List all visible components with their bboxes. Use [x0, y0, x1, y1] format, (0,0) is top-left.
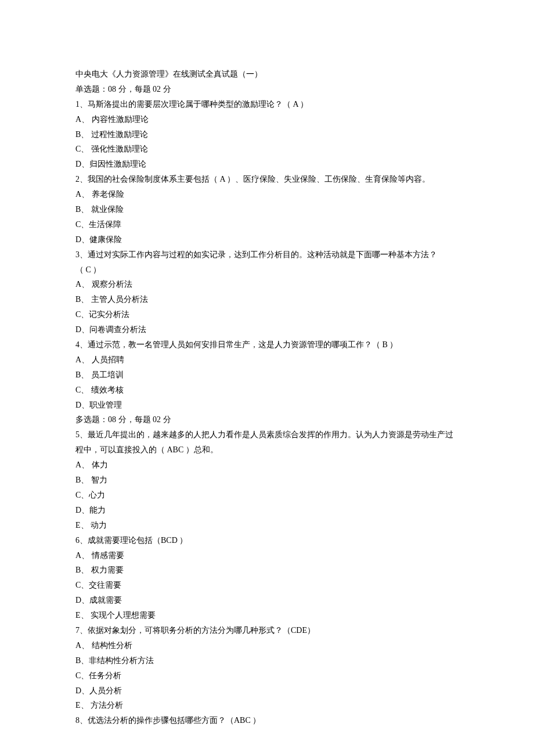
- question-stem: 6、成就需要理论包括（BCD ）: [75, 533, 459, 548]
- question-stem: 4、通过示范，教一名管理人员如何安排日常生产，这是人力资源管理的哪项工作？（ B…: [75, 337, 459, 352]
- option: C、生活保障: [75, 217, 459, 232]
- question-stem-cont: （ C ）: [75, 262, 459, 278]
- option: B、 员工培训: [75, 368, 459, 383]
- option: A、 体力: [75, 458, 459, 473]
- option: D、能力: [75, 503, 459, 518]
- question-stem: 2、我国的社会保险制度体系主要包括（ A ）、医疗保险、失业保险、工伤保险、生育…: [75, 172, 459, 187]
- question-stem: 1、马斯洛提出的需要层次理论属于哪种类型的激励理论？（ A ）: [75, 97, 459, 112]
- option: D、成就需要: [75, 593, 459, 608]
- option: A、 内容性激励理论: [75, 112, 459, 127]
- question-stem-cont: 程中，可以直接投入的（ ABC ）总和。: [75, 442, 459, 458]
- option: B、 主管人员分析法: [75, 292, 459, 307]
- question-stem: 8、优选法分析的操作步骤包括哪些方面？（ABC ）: [75, 713, 459, 728]
- option: C、交往需要: [75, 578, 459, 593]
- section-heading-single: 单选题：08 分，每题 02 分: [75, 82, 459, 97]
- question-stem: 7、依据对象划分，可将职务分析的方法分为哪几种形式？（CDE）: [75, 623, 459, 638]
- section-heading-multi: 多选题：08 分，每题 02 分: [75, 412, 459, 427]
- option: A、 观察分析法: [75, 277, 459, 292]
- document-title: 中央电大《人力资源管理》在线测试全真试题（一）: [75, 67, 459, 82]
- option: B、非结构性分析方法: [75, 653, 459, 668]
- option: C、心力: [75, 488, 459, 503]
- option: B、 过程性激励理论: [75, 127, 459, 142]
- option: A、 情感需要: [75, 548, 459, 563]
- option: B、 权力需要: [75, 563, 459, 578]
- option: A、 养老保险: [75, 187, 459, 202]
- option: D、健康保险: [75, 232, 459, 247]
- option: C、 绩效考核: [75, 383, 459, 398]
- option: E、 动力: [75, 518, 459, 533]
- document-page: 中央电大《人力资源管理》在线测试全真试题（一） 单选题：08 分，每题 02 分…: [0, 0, 534, 756]
- option: A、 人员招聘: [75, 352, 459, 368]
- option: D、职业管理: [75, 398, 459, 413]
- option: D、人员分析: [75, 683, 459, 699]
- option: C、 强化性激励理论: [75, 142, 459, 157]
- question-stem: 3、通过对实际工作内容与过程的如实记录，达到工作分析目的。这种活动就是下面哪一种…: [75, 247, 459, 262]
- option: D、归因性激励理论: [75, 157, 459, 172]
- option: C、任务分析: [75, 668, 459, 683]
- option: E、 方法分析: [75, 698, 459, 713]
- option: B、 智力: [75, 473, 459, 488]
- option: A、 结构性分析: [75, 638, 459, 653]
- option: E、 实现个人理想需要: [75, 608, 459, 623]
- option: B、 就业保险: [75, 202, 459, 217]
- option: C、记实分析法: [75, 307, 459, 322]
- option: D、问卷调查分析法: [75, 322, 459, 337]
- question-stem: 5、最近几年提出的，越来越多的人把人力看作是人员素质综合发挥的作用力。认为人力资…: [75, 427, 459, 442]
